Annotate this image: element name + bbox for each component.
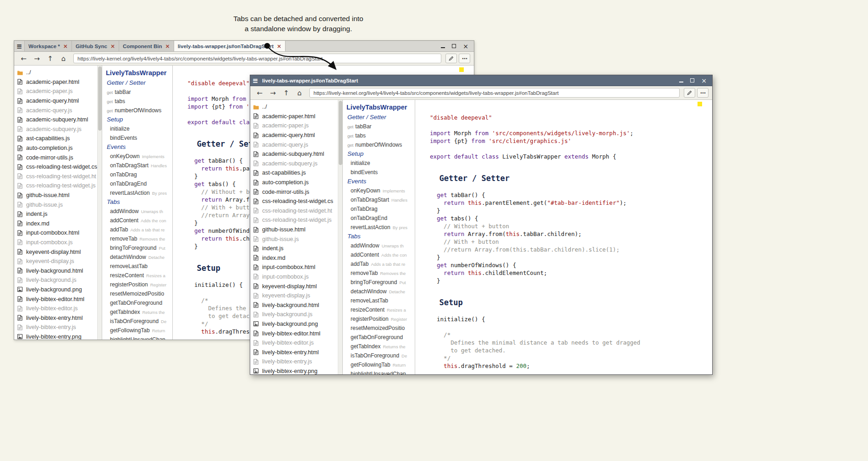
outline-item[interactable]: removeTabRemoves the — [102, 234, 172, 243]
file-list-item[interactable]: academic-query.js — [14, 105, 102, 115]
file-list-item[interactable]: auto-completion.js — [14, 143, 102, 153]
outline-item[interactable]: resetMemoizedPositio — [102, 289, 172, 298]
outline-item[interactable]: getnumberOfWindows — [343, 140, 415, 149]
file-list-item[interactable]: lively-bibtex-entry.png — [14, 332, 102, 340]
browser-tab[interactable]: GitHub Sync× — [72, 41, 119, 51]
menu-icon[interactable]: ≡ — [250, 77, 260, 85]
outline-item[interactable]: isTabOnForegroundDe — [102, 317, 172, 326]
file-list-item[interactable]: academic-query.html — [14, 96, 102, 106]
outline-item[interactable]: highlightUnsavedChan — [102, 335, 172, 340]
outline-item[interactable]: getTabOnForeground — [343, 333, 415, 342]
tab-close-icon[interactable]: × — [165, 43, 170, 49]
outline-item[interactable]: bringToForegroundPut — [102, 243, 172, 252]
outline-item[interactable]: gettabs — [343, 131, 415, 140]
outline-item[interactable]: bringToForegroundPut — [343, 278, 415, 287]
file-list-item[interactable]: academic-query.js — [250, 140, 342, 149]
outline-item[interactable]: onTabDragStartHandles — [343, 195, 415, 204]
outline-item[interactable]: gettabBar — [343, 122, 415, 131]
tab-close-icon[interactable]: × — [277, 43, 281, 49]
outline-item[interactable]: bindEvents — [343, 168, 415, 177]
file-list-item[interactable]: lively-background.png — [250, 319, 342, 329]
browser-tab[interactable]: Workspace *× — [24, 41, 72, 51]
file-list-item[interactable]: github-issue.html — [14, 191, 102, 200]
outline-item[interactable]: onKeyDownImplements — [102, 152, 172, 161]
file-list-item[interactable]: lively-bibtex-entry.js — [14, 323, 102, 332]
file-list-item[interactable]: academic-paper.js — [250, 121, 342, 131]
file-list-item[interactable]: ast-capabilities.js — [14, 134, 102, 143]
outline-item[interactable]: onTabDrag — [102, 170, 172, 179]
outline-item[interactable]: highlightUnsavedChan — [343, 369, 415, 374]
minimize-button[interactable] — [441, 44, 445, 48]
file-list-item[interactable]: css-reloading-test-widget.js — [250, 215, 342, 225]
scrollbar[interactable] — [97, 66, 102, 340]
outline-item[interactable]: onTabDragStartHandles — [102, 161, 172, 170]
maximize-button[interactable] — [690, 78, 694, 82]
outline-item[interactable]: onKeyDownImplements — [343, 186, 415, 195]
file-list-item[interactable]: ast-capabilities.js — [250, 168, 342, 178]
file-list-item[interactable]: lively-bibtex-editor.html — [14, 294, 102, 304]
file-list-item[interactable]: code-mirror-utils.js — [14, 153, 102, 162]
file-list-item[interactable]: academic-paper.js — [14, 87, 102, 96]
file-list-item[interactable]: css-reloading-test-widget.ht — [250, 206, 342, 216]
outline-item[interactable]: detachWindowDetache — [343, 287, 415, 296]
outline-item[interactable]: getnumberOfWindows — [102, 106, 172, 115]
file-list-item[interactable]: css-reloading-test-widget.cs — [14, 162, 102, 172]
home-button[interactable]: ⌂ — [58, 55, 69, 63]
url-input[interactable] — [73, 54, 441, 63]
outline-item[interactable]: addContentAdds the con — [343, 250, 415, 259]
outline-item[interactable]: revertLastActionBy pres — [343, 223, 415, 232]
code-editor[interactable]: "disable deepeval" import Morph from 'sr… — [415, 100, 712, 374]
outline-item[interactable]: initialize — [343, 159, 415, 168]
outline-item[interactable]: isTabOnForegroundDe — [343, 351, 415, 360]
file-list-item[interactable]: keyevent-display.html — [250, 281, 342, 291]
outline-item[interactable]: bindEvents — [102, 133, 172, 143]
file-list-item[interactable]: lively-bibtex-editor.js — [14, 304, 102, 313]
file-list-item[interactable]: github-issue.html — [250, 225, 342, 235]
outline-item[interactable]: getFollowingTabReturn — [102, 326, 172, 335]
outline-item[interactable]: resetMemoizedPositio — [343, 324, 415, 333]
file-list-item[interactable]: indent.js — [14, 209, 102, 219]
file-list-item[interactable]: lively-background.png — [14, 285, 102, 295]
outline-item[interactable]: addContentAdds the con — [102, 216, 172, 225]
file-list-item[interactable]: code-mirror-utils.js — [250, 187, 342, 197]
tab-close-icon[interactable]: × — [110, 43, 115, 49]
outline-item[interactable]: revertLastActionBy pres — [102, 188, 172, 198]
outline-item[interactable]: getTabIndexReturns the — [343, 342, 415, 351]
browser-tab[interactable]: Component Bin× — [119, 41, 174, 51]
edit-button[interactable] — [445, 54, 457, 63]
file-list-item[interactable]: academic-subquery.html — [14, 115, 102, 125]
up-button[interactable]: ↑ — [280, 89, 292, 97]
file-list-item[interactable]: keyevent-display.js — [14, 257, 102, 266]
file-list-item[interactable]: academic-subquery.js — [250, 159, 342, 169]
file-list-item[interactable]: academic-paper.html — [14, 77, 102, 87]
title-bar[interactable]: ≡ lively-tabs-wrapper.js#onTabDragStart … — [250, 75, 712, 86]
file-list-item[interactable]: lively-background.html — [14, 266, 102, 275]
outline-item[interactable]: registerPositionRegister — [102, 280, 172, 289]
file-list-item[interactable]: input-combobox.js — [250, 272, 342, 282]
file-list-item[interactable]: lively-background.js — [14, 275, 102, 285]
file-list-item[interactable]: input-combobox.html — [250, 263, 342, 272]
outline-section[interactable]: Tabs — [343, 232, 415, 241]
scrollbar[interactable] — [338, 100, 342, 374]
outline-item[interactable]: addTabAdds a tab that re — [102, 225, 172, 234]
file-list-item[interactable]: indent.js — [250, 244, 342, 253]
outline-item[interactable]: resizeContentResizes a — [343, 305, 415, 314]
file-list-item[interactable]: academic-subquery.js — [14, 125, 102, 134]
file-list-item[interactable]: lively-bibtex-editor.js — [250, 338, 342, 348]
outline-section[interactable]: Events — [102, 143, 172, 152]
outline-item[interactable]: onTabDrag — [343, 204, 415, 214]
outline-section[interactable]: Setup — [102, 115, 172, 124]
outline-item[interactable]: getFollowingTabReturn — [343, 360, 415, 369]
file-list-item[interactable]: css-reloading-test-widget.js — [14, 181, 102, 191]
file-list-item[interactable]: ../ — [250, 102, 342, 112]
outline-item[interactable]: addWindowUnwraps th — [343, 241, 415, 250]
file-list-item[interactable]: index.md — [250, 253, 342, 263]
file-list-item[interactable]: academic-subquery.html — [250, 149, 342, 159]
outline-item[interactable]: gettabs — [102, 97, 172, 106]
file-list-item[interactable]: index.md — [14, 219, 102, 229]
close-button[interactable]: × — [463, 43, 468, 49]
scrollbar-thumb[interactable] — [339, 101, 342, 165]
outline-section[interactable]: Getter / Setter — [102, 78, 172, 88]
up-button[interactable]: ↑ — [44, 55, 56, 63]
file-list-item[interactable]: lively-bibtex-entry.html — [250, 347, 342, 357]
